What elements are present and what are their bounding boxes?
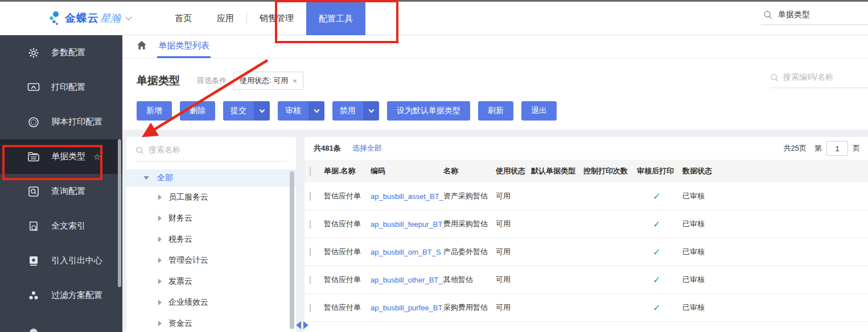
col-bill-name[interactable]: 单据.名称 xyxy=(324,166,371,176)
collapse-left-icon[interactable] xyxy=(296,321,301,329)
row-checkbox[interactable] xyxy=(310,331,311,332)
tree-node[interactable]: 资金云 xyxy=(126,313,296,332)
main-area: 单据类型列表 单据类型 筛选条件 使用状态: 可用 × 搜索编码/名称 新增 删… xyxy=(122,35,868,331)
nav-item-config-tools[interactable]: 配置工具 xyxy=(306,2,365,35)
audit-dropdown-toggle[interactable] xyxy=(308,101,324,121)
sidebar-item-label: 全文索引 xyxy=(51,221,85,231)
disable-split-button[interactable]: 禁用 xyxy=(332,101,379,121)
cell-data-status: 已审核 xyxy=(682,302,868,313)
cell-data-status: 已审核 xyxy=(682,275,868,285)
row-checkbox[interactable] xyxy=(310,248,311,256)
cell-code-link[interactable]: ap_busbill_serpur_BT_S xyxy=(371,331,443,332)
cell-data-status: 已审核 xyxy=(682,191,868,201)
audit-split-button[interactable]: 审核 xyxy=(278,101,324,121)
submit-split-button[interactable]: 提交 xyxy=(223,101,270,121)
cell-data-status: 已审核 xyxy=(682,219,868,229)
sidebar-item-fulltext-index[interactable]: 全文索引 xyxy=(0,209,122,243)
col-audited-print[interactable]: 审核后打印 xyxy=(637,166,682,176)
expander-down-icon[interactable] xyxy=(143,176,149,180)
table-row[interactable]: 暂估应付单 ap_busbill_serpur_BT_S 服务采购暂估 可用 ✓… xyxy=(305,322,868,331)
favorite-star-icon[interactable]: ☆ xyxy=(93,152,101,162)
expander-right-icon[interactable] xyxy=(158,258,162,263)
set-default-bill-type-button[interactable]: 设为默认单据类型 xyxy=(387,101,470,121)
expander-right-icon[interactable] xyxy=(158,215,162,221)
add-button[interactable]: 新增 xyxy=(137,101,172,121)
audit-button[interactable]: 审核 xyxy=(278,101,308,121)
table-row[interactable]: 暂估应付单 ap_busbill_asset_BT_S 资产采购暂估 可用 ✓ … xyxy=(305,182,868,210)
tab-bill-type-list[interactable]: 单据类型列表 xyxy=(157,35,211,58)
cell-code-link[interactable]: ap_busbill_asset_BT_S xyxy=(371,192,443,201)
tree-node[interactable]: 税务云 xyxy=(126,229,296,250)
expand-right-icon[interactable] xyxy=(303,321,308,329)
row-checkbox[interactable] xyxy=(310,304,311,312)
sidebar-item-filter-scheme-config[interactable]: 过滤方案配置 xyxy=(0,278,122,313)
nav-item-apps[interactable]: 应用 xyxy=(204,2,246,35)
sidebar-item-script-print-config[interactable]: 脚本打印配置 xyxy=(0,105,122,139)
page-title: 单据类型 xyxy=(137,73,180,88)
cell-code-link[interactable]: ap_busbill_feepur_BT_S xyxy=(371,220,443,229)
tree-node-label: 管理会计云 xyxy=(168,255,208,265)
tree-node[interactable]: 企业绩效云 xyxy=(126,292,296,313)
table-body: 暂估应付单 ap_busbill_asset_BT_S 资产采购暂估 可用 ✓ … xyxy=(305,182,868,331)
tree-node[interactable]: 管理会计云 xyxy=(126,250,296,271)
brand-name: 金蝶云 xyxy=(65,11,99,26)
sidebar-item-bill-type[interactable]: 单据类型 ☆ xyxy=(0,139,122,174)
table-row[interactable]: 暂估应付单 ap_busbill_other_BT_S 其他暂估 可用 ✓ 已审… xyxy=(305,266,868,294)
col-name[interactable]: 名称 xyxy=(443,166,496,176)
submit-button[interactable]: 提交 xyxy=(223,101,254,121)
cell-status: 可用 xyxy=(496,330,531,331)
filter-chip-status[interactable]: 使用状态: 可用 × xyxy=(233,72,303,90)
chip-close-icon[interactable]: × xyxy=(293,77,297,85)
tree-search-input[interactable]: 搜索名称 xyxy=(135,145,287,161)
submit-dropdown-toggle[interactable] xyxy=(254,101,270,121)
sidebar-item-query-config[interactable]: 查询配置 xyxy=(0,174,122,209)
refresh-button[interactable]: 刷新 xyxy=(478,101,513,121)
sidebar-item-print-config[interactable]: 打印配置 xyxy=(0,70,122,105)
cell-code-link[interactable]: ap_busbill_other_BT_S xyxy=(371,276,443,284)
tree-node[interactable]: 发票云 xyxy=(126,271,296,292)
col-code[interactable]: 编码 xyxy=(371,166,443,176)
global-search-input[interactable]: 单据类型 xyxy=(761,10,868,25)
expander-right-icon[interactable] xyxy=(158,321,162,326)
tree-node-label: 发票云 xyxy=(168,276,192,287)
expander-right-icon[interactable] xyxy=(158,279,162,284)
disable-button[interactable]: 禁用 xyxy=(332,101,363,121)
home-icon[interactable] xyxy=(137,40,147,52)
col-print-count[interactable]: 控制打印次数 xyxy=(583,166,637,176)
cell-code-link[interactable]: ap_busbill_om_BT_S xyxy=(371,248,443,256)
select-all-checkbox[interactable] xyxy=(310,167,311,176)
circle-icon xyxy=(27,116,40,128)
cell-code-link[interactable]: ap_busbill_purfee_BT_S xyxy=(371,304,443,312)
row-checkbox[interactable] xyxy=(310,276,311,284)
col-default-type[interactable]: 默认单据类型 xyxy=(531,166,583,176)
tree-node[interactable]: 财务云 xyxy=(126,208,296,229)
sidebar-item-parameter-config[interactable]: 参数配置 xyxy=(0,35,122,70)
nav-item-sales[interactable]: 销售管理 xyxy=(247,2,306,35)
tree-node-all[interactable]: 全部 xyxy=(126,169,296,186)
toolbar: 新增 删除 提交 审核 禁用 设为默认单据类型 刷新 退出 xyxy=(122,94,868,130)
nav-item-home[interactable]: 首页 xyxy=(162,2,204,35)
sidebar-scrollbar[interactable] xyxy=(118,139,121,287)
col-data-status[interactable]: 数据状态 xyxy=(682,166,868,176)
list-search-input[interactable]: 搜索编码/名称 xyxy=(770,72,868,88)
sidebar-item-import-export-center[interactable]: 引入引出中心 xyxy=(0,243,122,278)
expander-right-icon[interactable] xyxy=(158,236,162,242)
tree-node[interactable]: 员工服务云 xyxy=(126,186,296,208)
table-row[interactable]: 暂估应付单 ap_busbill_om_BT_S 产品委外暂估 可用 ✓ 已审核 xyxy=(305,238,868,266)
table-row[interactable]: 暂估应付单 ap_busbill_purfee_BT_S 采购费用暂估 可用 ✓… xyxy=(305,294,868,322)
app-logo[interactable]: 金蝶云 星瀚 xyxy=(49,11,131,26)
page-number-input[interactable] xyxy=(826,141,848,156)
tree-scrollbar[interactable] xyxy=(290,171,294,329)
expander-right-icon[interactable] xyxy=(158,300,162,305)
exit-button[interactable]: 退出 xyxy=(521,101,557,121)
table-row[interactable]: 暂估应付单 ap_busbill_feepur_BT_S 费用采购暂估 可用 ✓… xyxy=(305,210,868,238)
row-checkbox[interactable] xyxy=(310,192,311,201)
search-icon xyxy=(135,146,144,155)
select-all-link[interactable]: 选择全部 xyxy=(352,143,382,153)
delete-button[interactable]: 删除 xyxy=(180,101,215,121)
col-status[interactable]: 使用状态 xyxy=(496,166,531,176)
list-search-placeholder: 搜索编码/名称 xyxy=(783,72,833,82)
disable-dropdown-toggle[interactable] xyxy=(363,101,379,121)
row-checkbox[interactable] xyxy=(310,220,311,229)
expander-right-icon[interactable] xyxy=(158,194,162,200)
